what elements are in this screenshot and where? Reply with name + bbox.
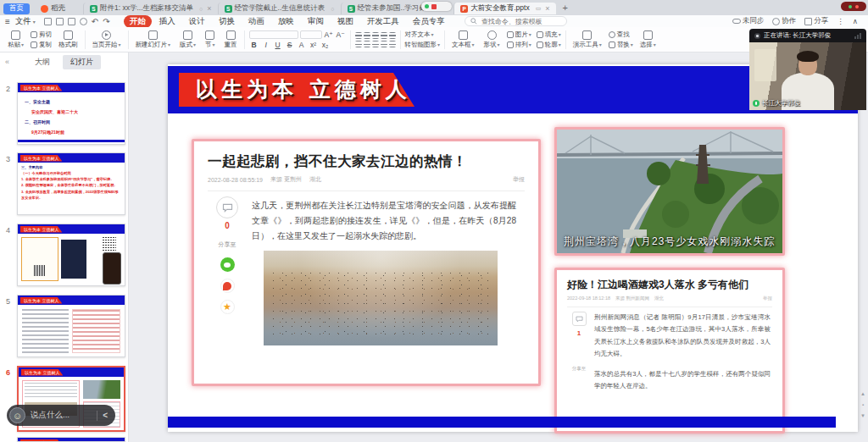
tab-docer[interactable]: 稻壳 xyxy=(35,3,71,14)
cut-button[interactable]: 剪切 xyxy=(31,30,52,39)
indent-increase-icon[interactable] xyxy=(381,32,387,39)
tab-slides[interactable]: 幻灯片 xyxy=(63,55,101,69)
present-tools-button[interactable]: 演示工具 xyxy=(570,30,604,49)
scroll-handle[interactable]: ▪ xyxy=(862,402,864,407)
format-painter-button[interactable]: 格式刷 xyxy=(56,30,81,49)
tab-slideshow[interactable]: 放映 xyxy=(272,15,300,28)
collapse-ribbon-icon[interactable]: ∧ xyxy=(853,17,858,25)
share-button[interactable]: 分享 xyxy=(804,16,828,26)
justify-icon[interactable] xyxy=(381,41,387,47)
tab-doc-1[interactable]: S 附件1: xx学...生档案移交清单 ○ × xyxy=(83,3,218,14)
superscript-icon[interactable]: x² xyxy=(309,41,319,49)
meeting-window-controls[interactable] xyxy=(841,2,866,11)
save-icon[interactable] xyxy=(44,18,52,25)
scroll-down-icon[interactable]: ▼ xyxy=(860,413,865,418)
collapse-panel-icon[interactable]: « xyxy=(5,58,9,66)
textbox-button[interactable]: 文本框 xyxy=(449,30,477,49)
file-menu[interactable]: 文件 ▾ xyxy=(15,16,36,27)
editing-canvas[interactable]: 以生为本 立德树人 一起起悲剧，挡不住大家去江边的热情！ 2022-08-28 … xyxy=(129,52,868,442)
decrease-font-icon[interactable]: A⁻ xyxy=(336,30,346,39)
subscript-icon[interactable]: x₂ xyxy=(320,41,331,49)
select-button[interactable]: 选择 xyxy=(637,30,659,49)
participant-video[interactable]: 长江大学郭俊 xyxy=(749,42,866,110)
undo-icon[interactable]: ↶ xyxy=(92,17,98,26)
hamburger-icon[interactable]: ≡ xyxy=(5,17,10,26)
font-name-select[interactable] xyxy=(249,30,298,39)
emoji-icon[interactable]: ☺ xyxy=(9,407,25,423)
arrange-button[interactable]: 排列 xyxy=(507,41,531,49)
bold-button[interactable]: B xyxy=(249,41,259,49)
to-smart-graphic-button[interactable]: 转智能图形 xyxy=(405,41,441,49)
preview-icon[interactable] xyxy=(80,18,87,25)
paste-button[interactable]: 粘贴 xyxy=(5,30,26,49)
bullet-list-icon[interactable] xyxy=(355,32,362,39)
search-input[interactable] xyxy=(480,17,561,26)
layout-button[interactable]: 版式 xyxy=(177,30,198,49)
align-right-icon[interactable] xyxy=(372,41,379,47)
align-text-button[interactable]: 对齐文本 xyxy=(405,30,441,39)
news-article-2[interactable]: 好险！江边喝酒嬉戏3人落水 多亏有他们 2022-09-18 18:12:18 … xyxy=(554,268,785,434)
font-size-select[interactable] xyxy=(300,30,322,39)
align-left-icon[interactable] xyxy=(355,41,362,47)
print-icon[interactable] xyxy=(68,18,75,25)
tab-insert[interactable]: 插入 xyxy=(153,15,181,28)
news-article-1[interactable]: 一起起悲剧，挡不住大家去江边的热情！ 2022-08-28 08:55:19 来… xyxy=(192,139,541,386)
picture-button[interactable]: 图片 xyxy=(507,30,531,39)
scroll-up-icon[interactable]: ▲ xyxy=(860,391,865,396)
increase-font-icon[interactable]: A⁺ xyxy=(324,30,334,39)
tab-doc-active[interactable]: P 大前安全教育.pptx ▭ × xyxy=(453,3,555,14)
slide-title[interactable]: 以生为本 立德树人 xyxy=(179,73,415,107)
canvas-scrollbar[interactable]: ▲ ▪ ▼ xyxy=(860,391,865,418)
copy-button[interactable]: 复制 xyxy=(31,41,52,49)
fill-button[interactable]: 填充 xyxy=(537,30,561,39)
more-menu-icon[interactable]: ⋮ xyxy=(837,17,844,25)
redo-icon[interactable]: ↷ xyxy=(103,17,109,26)
tab-home[interactable]: 首页 xyxy=(3,3,30,14)
tab-animation[interactable]: 动画 xyxy=(242,15,270,28)
meeting-chat-pill[interactable]: ☺ 说点什么... < xyxy=(7,405,115,426)
command-search[interactable] xyxy=(465,16,567,26)
close-icon[interactable]: × xyxy=(545,4,549,13)
collaborate-button[interactable]: 协作 xyxy=(772,16,796,26)
columns-icon[interactable] xyxy=(389,41,396,47)
reset-button[interactable]: 重置 xyxy=(222,30,240,49)
close-icon[interactable]: × xyxy=(207,4,211,13)
indent-decrease-icon[interactable] xyxy=(372,32,379,39)
play-from-page-button[interactable]: 当页开始 xyxy=(90,30,124,49)
underline-button[interactable]: U xyxy=(273,41,283,49)
river-video-frame[interactable]: 荆州宝塔湾，八月23号少女戏水刚溺水失踪 xyxy=(554,127,785,256)
slide-thumbnail-5[interactable]: 5 以生为本 立德树人 xyxy=(17,295,125,357)
meeting-video-overlay[interactable]: 正在讲话: 长江大学郭俊 长江大学郭俊 xyxy=(749,29,866,110)
collapse-chevron-icon[interactable]: < xyxy=(103,411,108,420)
tab-view[interactable]: 视图 xyxy=(331,15,359,28)
new-tab-button[interactable]: + xyxy=(563,3,568,13)
chat-input-placeholder[interactable]: 说点什么... xyxy=(31,410,92,421)
tab-transition[interactable]: 切换 xyxy=(213,15,241,28)
italic-button[interactable]: I xyxy=(261,41,271,49)
line-spacing-icon[interactable] xyxy=(389,32,396,39)
align-center-icon[interactable] xyxy=(364,41,370,47)
current-slide[interactable]: 以生为本 立德树人 一起起悲剧，挡不住大家去江边的热情！ 2022-08-28 … xyxy=(168,64,858,432)
section-button[interactable]: 节 xyxy=(203,30,218,49)
font-color-icon[interactable]: A xyxy=(297,41,307,49)
tab-design[interactable]: 设计 xyxy=(183,15,211,28)
slide-thumbnail-3[interactable]: 3 以生为本 立德树人 三、主要内容 （一）今天晚自习召开班会时间 1. 全体学… xyxy=(17,152,125,215)
slide-thumbnail-7[interactable]: 以生为本 立德树人 xyxy=(17,437,125,442)
tab-devtools[interactable]: 开发工具 xyxy=(361,15,405,28)
replace-button[interactable]: 替换 xyxy=(609,41,633,49)
strikethrough-button[interactable]: S xyxy=(285,41,295,49)
screen-share-indicator[interactable] xyxy=(421,2,452,11)
sync-status[interactable]: 未同步 xyxy=(732,16,765,26)
new-slide-button[interactable]: 新建幻灯片 xyxy=(133,30,174,49)
tab-start[interactable]: 开始 xyxy=(124,15,152,28)
slide-thumbnail-4[interactable]: 4 以生为本 立德树人 xyxy=(17,224,125,286)
tab-member[interactable]: 会员专享 xyxy=(407,15,451,28)
find-button[interactable]: 查找 xyxy=(609,30,633,39)
export-icon[interactable] xyxy=(56,18,64,25)
tab-doc-2[interactable]: S 经管学院截止..生信息统计表 ○ xyxy=(218,3,341,14)
number-list-icon[interactable] xyxy=(364,32,370,39)
tab-outline[interactable]: 大纲 xyxy=(27,55,58,69)
tab-review[interactable]: 审阅 xyxy=(302,15,330,28)
outline-button[interactable]: 轮廓 xyxy=(537,41,561,49)
slide-thumbnail-2[interactable]: 2 以生为本 立德树人 一、安全主题 安全庆国庆、喜迎二十大 二、召开时间 9月… xyxy=(17,82,125,145)
